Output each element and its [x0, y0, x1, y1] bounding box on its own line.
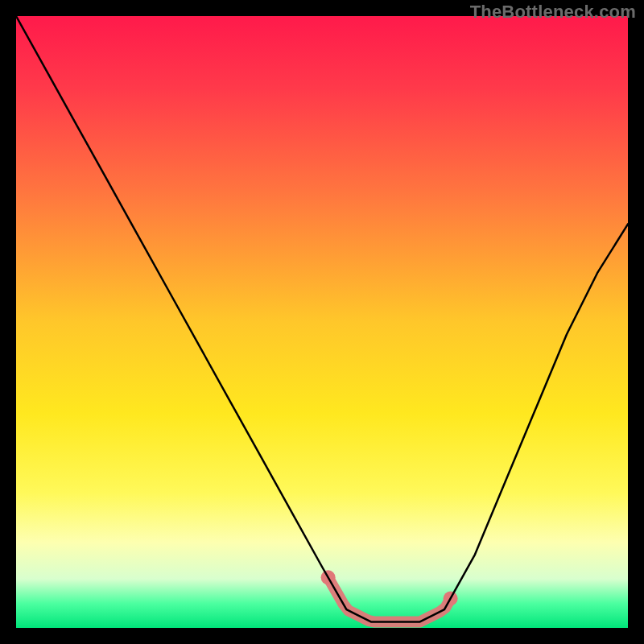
- plot-area: [16, 16, 628, 628]
- gradient-background: [16, 16, 628, 628]
- watermark-text: TheBottleneck.com: [470, 2, 636, 23]
- chart-svg: [16, 16, 628, 628]
- chart-frame: TheBottleneck.com: [0, 0, 644, 644]
